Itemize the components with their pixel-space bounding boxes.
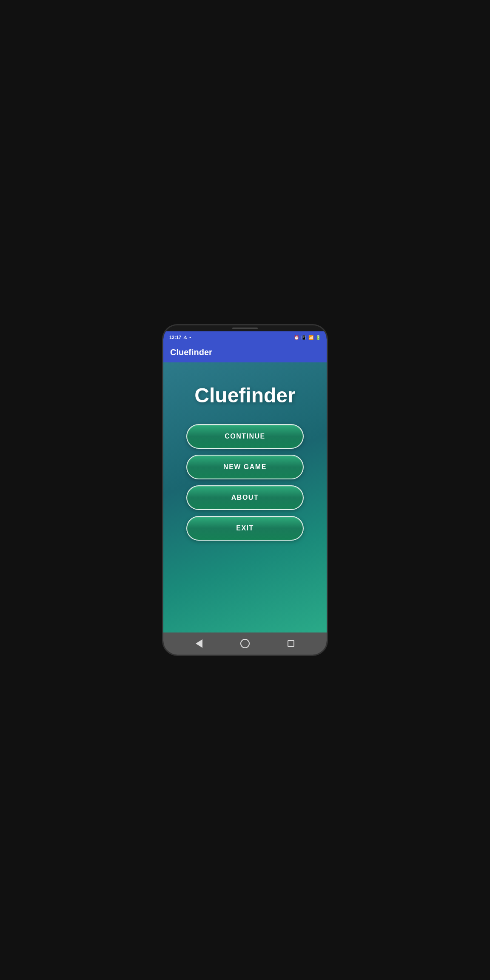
new-game-button[interactable]: NEW GAME	[186, 455, 303, 479]
status-bar: 12:17 ⚠ • ⏰ 📳 📶 🔋	[163, 331, 327, 343]
app-bar-title: Cluefinder	[170, 348, 212, 357]
about-button[interactable]: ABOUT	[186, 485, 303, 510]
status-right: ⏰ 📳 📶 🔋	[294, 335, 321, 340]
status-left: 12:17 ⚠ •	[169, 335, 191, 340]
home-icon	[240, 639, 250, 648]
signal-icon: 📶	[308, 335, 313, 340]
phone-frame: 12:17 ⚠ • ⏰ 📳 📶 🔋 Cluefinder Cluefinder …	[162, 324, 328, 656]
buttons-container: CONTINUE NEW GAME ABOUT EXIT	[176, 424, 314, 541]
warning-icon: ⚠	[183, 335, 187, 340]
recents-button[interactable]	[283, 635, 299, 652]
alarm-icon: ⏰	[294, 335, 299, 340]
bottom-nav	[163, 632, 327, 655]
exit-button[interactable]: EXIT	[186, 516, 303, 541]
back-button[interactable]	[191, 635, 207, 652]
notch-bar	[163, 325, 327, 331]
battery-icon: 🔋	[316, 335, 321, 340]
continue-button[interactable]: CONTINUE	[186, 424, 303, 449]
back-icon	[196, 639, 202, 648]
game-title: Cluefinder	[194, 384, 295, 407]
vibrate-icon: 📳	[301, 335, 306, 340]
home-button[interactable]	[237, 635, 253, 652]
notch-pill	[232, 328, 258, 329]
app-bar: Cluefinder	[163, 343, 327, 362]
time-display: 12:17	[169, 335, 181, 340]
recents-icon	[288, 640, 294, 647]
main-content: Cluefinder CONTINUE NEW GAME ABOUT EXIT	[163, 362, 327, 632]
notification-dot: •	[189, 335, 191, 340]
